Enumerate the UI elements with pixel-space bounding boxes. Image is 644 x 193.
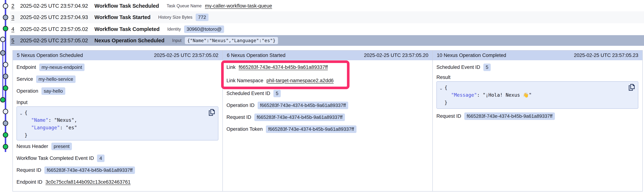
operation-token-badge: f665283f-743e-4374-b45b-9a61a89337ff xyxy=(266,125,356,133)
endpoint-id-label: Endpoint ID xyxy=(16,179,42,185)
link-namespace-label: Link Namespace xyxy=(226,78,263,83)
nexus-header-value-badge: present xyxy=(51,143,72,150)
endpoint-id-link[interactable]: 3c0c75ccfa8144b092c13ce632463761 xyxy=(46,179,130,185)
event-attr-label: Task Queue Name xyxy=(167,3,202,8)
event-row-5-selected[interactable]: 5 2025-02-25 UTC 23:57:05.02 Nexus Opera… xyxy=(10,35,644,46)
event-status-dot-scheduled xyxy=(3,62,8,67)
panel-nexus-operation-started: 6 Nexus Operation Started 2025-02-25 UTC… xyxy=(222,50,432,191)
event-row-2[interactable]: 2 2025-02-25 UTC 23:57:04.92 Workflow Ta… xyxy=(10,0,644,11)
panel-timestamp: 2025-02-25 UTC 23:57:05.23 xyxy=(574,52,638,58)
event-status-dot-scheduled xyxy=(3,109,8,114)
json-line: "Language": "es" xyxy=(20,124,207,132)
panel-title: 10 Nexus Operation Completed xyxy=(437,52,506,58)
operation-id-label: Operation ID xyxy=(226,103,254,108)
collapse-caret-icon[interactable]: ⌄ xyxy=(439,84,443,92)
request-id-badge: f665283f-743e-4374-b45b-9a61a89337ff xyxy=(464,112,555,120)
event-status-dot-completed xyxy=(3,133,8,137)
event-status-dot-started xyxy=(3,121,8,126)
event-status-dot-started xyxy=(3,74,8,79)
event-timestamp: 2025-02-25 UTC 23:57:04.92 xyxy=(20,3,94,9)
event-name: Workflow Task Completed xyxy=(94,26,160,32)
json-line: "Name": "Nexus", xyxy=(20,116,207,124)
copy-icon[interactable] xyxy=(208,109,216,117)
input-label: Input xyxy=(16,100,28,105)
copy-icon[interactable] xyxy=(628,83,636,92)
link-namespace-link[interactable]: phil-target-namespace2.a2dd6 xyxy=(266,78,334,83)
event-attr-value-badge: 30960@totoro@ xyxy=(184,25,224,33)
event-status-dot-started xyxy=(3,15,8,20)
wtc-event-id-badge: 4 xyxy=(97,155,104,162)
json-open-brace: { xyxy=(20,109,207,116)
event-name: Workflow Task Started xyxy=(94,14,150,20)
request-id-label: Request ID xyxy=(226,114,251,120)
panel-nexus-operation-completed: 10 Nexus Operation Completed 2025-02-25 … xyxy=(432,50,642,191)
scheduled-event-id-badge: 5 xyxy=(483,63,491,71)
event-status-dot-completed xyxy=(3,86,8,90)
event-timestamp: 2025-02-25 UTC 23:57:05.02 xyxy=(20,26,94,32)
json-close-brace: } xyxy=(20,132,207,139)
result-json-viewer: ⌄ { "Message": "¡Hola! Nexus 👋" } xyxy=(436,81,638,109)
event-attr-label: Input xyxy=(172,38,182,43)
panel-title: 6 Nexus Operation Started xyxy=(227,52,286,58)
endpoint-label: Endpoint xyxy=(16,64,36,70)
scheduled-event-id-label: Scheduled Event ID xyxy=(226,91,270,96)
event-id-link[interactable]: 2 xyxy=(11,3,20,9)
link-label: Link xyxy=(226,64,236,70)
event-id-link[interactable]: 5 xyxy=(11,37,20,44)
event-attr-label: History Size Bytes xyxy=(158,15,192,20)
request-id-label: Request ID xyxy=(436,113,461,119)
event-row-4[interactable]: 4 2025-02-25 UTC 23:57:05.02 Workflow Ta… xyxy=(10,23,644,35)
request-id-badge: f665283f-743e-4374-b45b-9a61a89337ff xyxy=(254,114,345,121)
event-status-dot-scheduled xyxy=(3,4,8,8)
nexus-header-label: Nexus Header xyxy=(16,144,48,149)
wtc-event-id-label: Workflow Task Completed Event ID xyxy=(16,156,94,161)
json-line: "Message": "¡Hola! Nexus 👋" xyxy=(439,91,627,99)
event-id-link[interactable]: 4 xyxy=(11,26,20,32)
event-name: Nexus Operation Scheduled xyxy=(94,37,164,44)
event-status-dot-completed xyxy=(3,26,8,31)
service-value-badge: my-hello-service xyxy=(36,75,76,83)
result-label: Result xyxy=(436,74,450,80)
event-status-dot-scheduled xyxy=(0,37,5,42)
event-status-dots xyxy=(0,4,8,149)
request-id-badge: f665283f-743e-4374-b45b-9a61a89337ff xyxy=(44,167,135,174)
request-id-label: Request ID xyxy=(16,167,41,173)
event-status-dot-started xyxy=(0,50,5,55)
operation-id-badge: f665283f-743e-4374-b45b-9a61a89337ff xyxy=(258,102,348,109)
collapse-caret-icon[interactable]: ⌄ xyxy=(19,110,23,117)
event-attr-value-badge: {"Name":"Nexus","Language":"es"} xyxy=(185,37,278,44)
panel-header: 5 Nexus Operation Scheduled 2025-02-25 U… xyxy=(13,50,222,60)
event-group-detail: 5 Nexus Operation Scheduled 2025-02-25 U… xyxy=(12,50,643,192)
event-status-dot-completed xyxy=(0,97,5,102)
task-queue-link[interactable]: my-caller-workflow-task-queue xyxy=(205,3,272,9)
event-attr-label: Identity xyxy=(167,27,181,32)
json-close-brace: } xyxy=(439,99,627,106)
panel-timestamp: 2025-02-25 UTC 23:57:05.02 xyxy=(154,52,218,58)
endpoint-value-badge: my-nexus-endpoint xyxy=(39,63,84,71)
link-value-link[interactable]: f665283f-743e-4374-b45b-9a61a89337ff xyxy=(239,64,328,70)
panel-timestamp: 2025-02-25 UTC 23:57:05.20 xyxy=(364,52,428,58)
scheduled-event-id-label: Scheduled Event ID xyxy=(436,64,480,70)
event-row-3[interactable]: 3 2025-02-25 UTC 23:57:04.93 Workflow Ta… xyxy=(10,11,644,23)
event-status-dot-completed xyxy=(3,144,8,149)
panel-nexus-operation-scheduled: 5 Nexus Operation Scheduled 2025-02-25 U… xyxy=(13,50,222,191)
panel-header: 10 Nexus Operation Completed 2025-02-25 … xyxy=(433,50,642,60)
event-id-link[interactable]: 3 xyxy=(11,14,20,20)
operation-label: Operation xyxy=(16,88,38,94)
event-timestamp: 2025-02-25 UTC 23:57:05.02 xyxy=(20,37,94,44)
panel-title: 5 Nexus Operation Scheduled xyxy=(17,52,83,58)
operation-token-label: Operation Token xyxy=(226,126,263,132)
json-open-brace: { xyxy=(439,84,627,91)
input-json-viewer: ⌄ { "Name": "Nexus", "Language": "es" } xyxy=(16,106,218,141)
panel-header: 6 Nexus Operation Started 2025-02-25 UTC… xyxy=(223,50,432,60)
event-name: Workflow Task Scheduled xyxy=(94,3,159,9)
service-label: Service xyxy=(16,76,33,82)
event-history-timeline xyxy=(0,0,11,193)
scheduled-event-id-badge: 5 xyxy=(274,90,281,97)
operation-value-badge: say-hello xyxy=(42,87,65,95)
event-attr-value-badge: 772 xyxy=(196,13,208,21)
event-timestamp: 2025-02-25 UTC 23:57:04.93 xyxy=(20,14,94,20)
